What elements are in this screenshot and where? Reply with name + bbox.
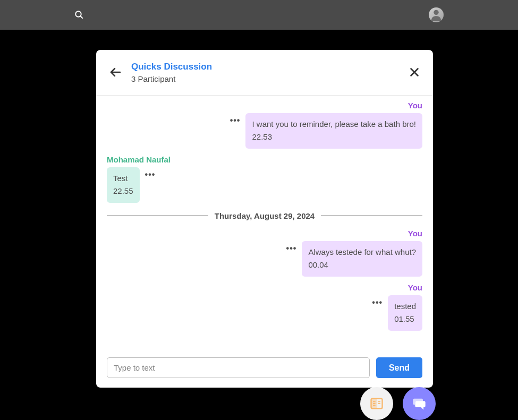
more-horizontal-icon[interactable]: ••• bbox=[229, 114, 242, 127]
date-text: Thursday, August 29, 2024 bbox=[215, 211, 315, 220]
send-button[interactable]: Send bbox=[376, 357, 422, 378]
message-time: 01.55 bbox=[394, 313, 416, 325]
message-time: 22.55 bbox=[113, 185, 133, 198]
avatar[interactable] bbox=[429, 7, 444, 22]
svg-point-2 bbox=[434, 10, 438, 15]
chat-header-text: Quicks Discussion 3 Participant bbox=[131, 61, 399, 84]
message-group: You ••• tested 01.55 bbox=[107, 283, 422, 331]
top-bar bbox=[0, 0, 518, 30]
search-icon[interactable] bbox=[74, 10, 84, 20]
message-bubble: I want you to reminder, please take a ba… bbox=[245, 113, 422, 149]
message-bubble: tested 01.55 bbox=[388, 295, 422, 331]
message-bubble: Test 22.55 bbox=[107, 167, 140, 203]
message-row: ••• I want you to reminder, please take … bbox=[229, 113, 422, 149]
sender-label: You bbox=[408, 229, 422, 238]
message-row: ••• Always testede for what whut? 00.04 bbox=[285, 241, 422, 277]
message-time: 00.04 bbox=[308, 259, 416, 271]
message-row: ••• tested 01.55 bbox=[371, 295, 422, 331]
chat-subtitle: 3 Participant bbox=[131, 73, 399, 84]
message-row: Test 22.55 ••• bbox=[107, 167, 156, 203]
fab-row bbox=[360, 387, 436, 420]
message-time: 22.53 bbox=[252, 131, 416, 143]
message-group: You ••• Always testede for what whut? 00… bbox=[107, 229, 422, 277]
sender-label: You bbox=[408, 283, 422, 292]
message-bubble: Always testede for what whut? 00.04 bbox=[302, 241, 422, 277]
message-input[interactable] bbox=[107, 357, 370, 378]
message-text: tested bbox=[394, 302, 416, 311]
divider-line bbox=[107, 216, 208, 216]
message-text: I want you to reminder, please take a ba… bbox=[252, 119, 416, 128]
more-horizontal-icon[interactable]: ••• bbox=[285, 242, 298, 255]
close-button[interactable] bbox=[409, 66, 420, 78]
input-row: Send bbox=[96, 349, 433, 388]
message-group: You ••• I want you to reminder, please t… bbox=[107, 101, 422, 149]
more-horizontal-icon[interactable]: ••• bbox=[371, 296, 384, 309]
date-divider: Thursday, August 29, 2024 bbox=[107, 211, 422, 220]
svg-line-1 bbox=[80, 16, 83, 19]
svg-point-0 bbox=[75, 11, 81, 17]
sender-label: Mohamad Naufal bbox=[107, 155, 171, 164]
message-text: Always testede for what whut? bbox=[308, 247, 416, 256]
back-button[interactable] bbox=[109, 66, 122, 79]
divider-line bbox=[321, 216, 422, 216]
chat-title: Quicks Discussion bbox=[131, 61, 399, 73]
message-group: Mohamad Naufal Test 22.55 ••• bbox=[107, 155, 422, 203]
chat-panel: Quicks Discussion 3 Participant You ••• … bbox=[96, 50, 433, 388]
message-text: Test bbox=[113, 174, 128, 183]
chat-fab[interactable] bbox=[403, 387, 436, 420]
sender-label: You bbox=[408, 101, 422, 110]
chat-header: Quicks Discussion 3 Participant bbox=[96, 50, 433, 96]
more-horizontal-icon[interactable]: ••• bbox=[144, 168, 157, 181]
messages-scroll[interactable]: You ••• I want you to reminder, please t… bbox=[96, 96, 433, 349]
task-fab[interactable] bbox=[360, 387, 393, 420]
